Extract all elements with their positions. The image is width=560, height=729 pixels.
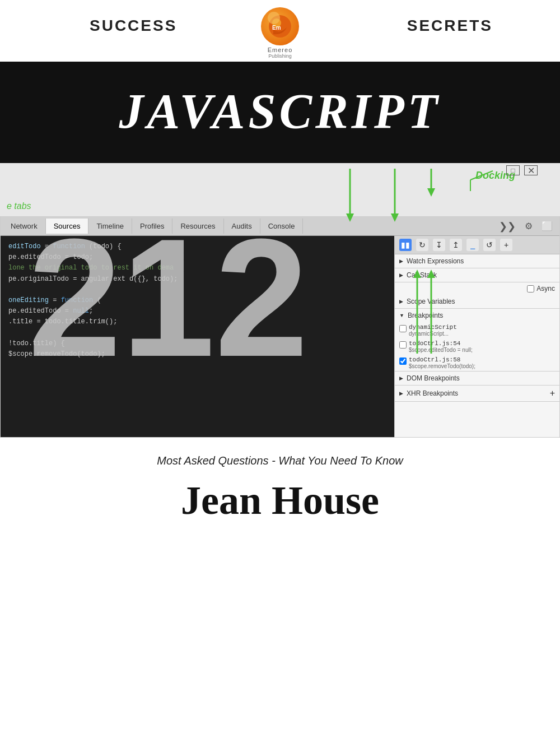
watch-triangle: ▶ (399, 258, 403, 264)
bp-checkbox-1[interactable] (399, 325, 407, 332)
bp-checkbox-3[interactable] (399, 357, 407, 365)
bp-checkbox-2[interactable] (399, 341, 407, 349)
publisher-logo: Em Emereo Publishing (261, 7, 299, 59)
minimize-button[interactable]: □ (506, 165, 520, 175)
code-line-1: editTodo = function (todo) { (8, 242, 386, 252)
debug-toolbar: ▮▮ ↻ ↧ ↥ ⎯ ↺ + (395, 236, 559, 254)
call-stack-triangle: ▶ (399, 272, 403, 278)
add-button[interactable]: + (500, 239, 512, 251)
code-line-6: oneEditing = function ( (8, 295, 386, 306)
dom-breakpoints-header[interactable]: ▶ DOM Breakpoints (395, 372, 559, 385)
title-band: JAVASCRIPT (0, 62, 560, 163)
deactivate-breakpoints-button[interactable]: ⎯ (466, 239, 479, 251)
bp-label-3: todoCtrl.js:58 (409, 356, 475, 363)
tab-network[interactable]: Network (3, 219, 46, 234)
breakpoints-header[interactable]: ▼ Breakpoints (395, 309, 559, 322)
subtitle: Most Asked Questions - What You Need To … (0, 438, 560, 472)
xhr-add-button[interactable]: + (550, 388, 555, 398)
watch-expressions-section: ▶ Watch Expressions (395, 254, 559, 268)
window-controls: □ ✕ (506, 165, 538, 175)
step-over-button[interactable]: ↻ (416, 239, 428, 251)
code-line-2: pe.editedTodo = todo; (8, 252, 386, 263)
bp-label-1: dynamicScript (409, 324, 457, 331)
debug-panel: ▮▮ ↻ ↧ ↥ ⎯ ↺ + ▶ Watch Expressions (394, 236, 559, 437)
code-editor-panel: editTodo = function (todo) { pe.editedTo… (1, 236, 394, 437)
bp-file-3: $scope.removeTodo(todo); (409, 363, 475, 369)
code-line-5 (8, 285, 386, 295)
scope-variables-label: Scope Variables (407, 298, 455, 305)
breakpoints-section: ▼ Breakpoints dynamicScript dynamicScrip… (395, 309, 559, 372)
xhr-breakpoints-header[interactable]: ▶ XHR Breakpoints + (395, 386, 559, 401)
svg-marker-8 (427, 188, 435, 197)
step-out-button[interactable]: ↥ (450, 239, 462, 251)
top-band: SUCCESS Em Emereo Publishing SECRETS (0, 0, 560, 62)
breakpoint-row-2: todoCtrl.js:54 $scope.editedTodo = null; (395, 338, 559, 355)
scope-triangle: ▶ (399, 299, 403, 304)
xhr-bp-triangle: ▶ (399, 391, 403, 396)
tab-timeline[interactable]: Timeline (88, 219, 132, 234)
call-stack-label: Call Stack (407, 271, 437, 279)
author-name: Jean House (0, 472, 560, 535)
breakpoint-row-3: todoCtrl.js:58 $scope.removeTodo(todo); (395, 355, 559, 371)
dom-breakpoints-section: ▶ DOM Breakpoints (395, 372, 559, 386)
xhr-breakpoints-label: XHR Breakpoints (407, 389, 458, 397)
secrets-label: SECRETS (407, 17, 493, 35)
bp-file-1: dynamicScript... (409, 331, 457, 337)
pause-button[interactable]: ▮▮ (399, 239, 412, 251)
code-line-8: .title = todo.title.trim(); (8, 317, 386, 327)
svg-text:Em: Em (272, 25, 281, 31)
watch-expressions-header[interactable]: ▶ Watch Expressions (395, 254, 559, 268)
close-button[interactable]: ✕ (524, 165, 538, 175)
dom-bp-triangle: ▶ (399, 375, 403, 381)
tab-sources[interactable]: Sources (46, 219, 89, 234)
bottom-section: Most Asked Questions - What You Need To … (0, 438, 560, 535)
settings-icon[interactable]: ⚙ (520, 221, 537, 231)
devtools-tabs-bar: Network Sources Timeline Profiles Resour… (1, 217, 559, 236)
devtools-window: Network Sources Timeline Profiles Resour… (0, 216, 560, 438)
tab-profiles[interactable]: Profiles (132, 219, 172, 234)
dom-breakpoints-label: DOM Breakpoints (407, 374, 460, 382)
success-label: SUCCESS (90, 17, 177, 35)
code-line-3: lone the original todo to rest it on dem… (8, 263, 386, 273)
tab-console[interactable]: Console (260, 219, 304, 234)
watch-expressions-label: Watch Expressions (407, 257, 464, 265)
book-title: JAVASCRIPT (0, 83, 560, 140)
logo-svg: Em (268, 14, 292, 39)
call-stack-header[interactable]: ▶ Call Stack (395, 268, 559, 282)
scope-variables-header[interactable]: ▶ Scope Variables (395, 295, 559, 308)
code-line-11: $scope.removeTodo(todo); (8, 349, 386, 360)
breakpoints-triangle: ▼ (399, 313, 404, 318)
breakpoints-label: Breakpoints (408, 312, 443, 319)
refresh-button[interactable]: ↺ (483, 239, 496, 251)
async-label: Async (536, 285, 555, 292)
scope-variables-section: ▶ Scope Variables (395, 295, 559, 309)
xhr-breakpoints-section: ▶ XHR Breakpoints + (395, 386, 559, 402)
step-into-button[interactable]: ↧ (433, 239, 445, 251)
breakpoint-row-1: dynamicScript dynamicScript... (395, 322, 559, 338)
tab-audits[interactable]: Audits (224, 219, 260, 234)
logo-text: Emereo (268, 47, 293, 53)
screenshot-area: e tabs Docking 212 □ ✕ Network Sources T… (0, 163, 560, 438)
devtools-main-content: editTodo = function (todo) { pe.editedTo… (1, 236, 559, 437)
bp-file-2: $scope.editedTodo = null; (409, 347, 473, 353)
async-checkbox[interactable] (527, 285, 534, 292)
async-row: Async (395, 282, 559, 295)
code-line-10: !todo.title) { (8, 338, 386, 349)
dock-icon[interactable]: ⬜ (537, 221, 557, 231)
logo-circle: Em (261, 7, 299, 45)
call-stack-section: ▶ Call Stack (395, 268, 559, 282)
code-line-7: pe.editedTodo = null; (8, 306, 386, 317)
logo-sub: Publishing (268, 53, 292, 59)
code-line-4: pe.originalTodo = angular.ext d({}, todo… (8, 274, 386, 285)
tab-resources[interactable]: Resources (172, 219, 223, 234)
code-line-9 (8, 328, 386, 338)
bp-label-2: todoCtrl.js:54 (409, 340, 473, 347)
etabs-annotation: e tabs (7, 201, 31, 211)
more-tabs-button[interactable]: ❯❯ (494, 220, 520, 233)
